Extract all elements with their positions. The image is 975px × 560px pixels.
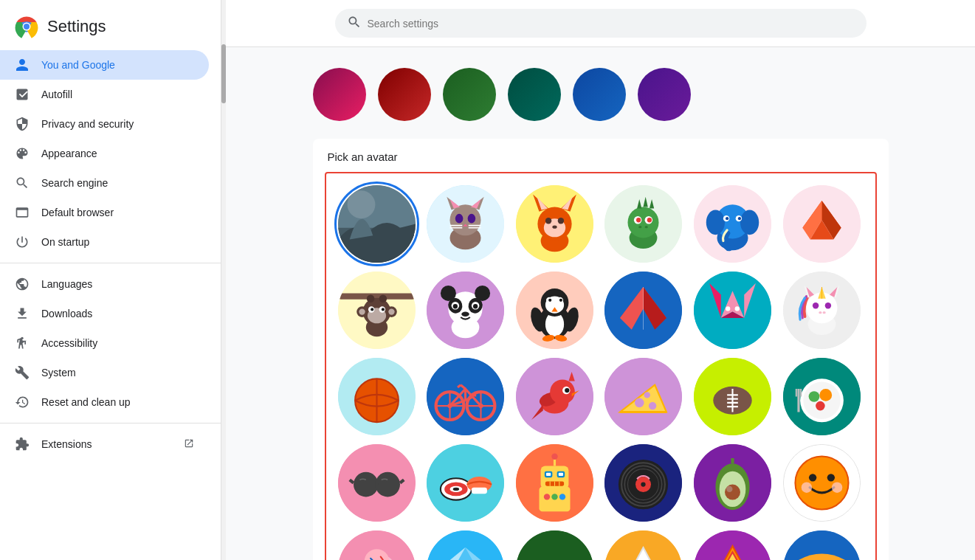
svg-point-158 (635, 398, 644, 408)
svg-point-180 (354, 472, 379, 497)
avatar-cheese[interactable] (604, 358, 682, 435)
avatar-fox[interactable] (516, 185, 593, 263)
avatar-origami-red[interactable] (783, 185, 861, 263)
avatar-sushi[interactable] (427, 444, 504, 522)
avatar-vinyl[interactable] (604, 444, 682, 522)
avatar-avocado[interactable] (694, 444, 771, 522)
svg-rect-201 (559, 473, 563, 476)
svg-point-73 (388, 308, 394, 314)
avatar-onigiri[interactable] (604, 530, 682, 560)
avatar-cat[interactable] (427, 185, 504, 263)
avatar-football[interactable] (694, 358, 771, 435)
color-option-red[interactable] (378, 68, 431, 121)
avatar-penguin[interactable] (516, 272, 593, 349)
avatar-monkey[interactable] (338, 272, 416, 349)
sidebar-item-accessibility[interactable]: Accessibility (0, 328, 209, 358)
search-engine-icon (15, 176, 30, 190)
color-option-pink[interactable] (313, 68, 366, 121)
avatar-ice-cream[interactable] (338, 530, 416, 560)
sidebar-item-appearance[interactable]: Appearance (0, 139, 209, 168)
sidebar-item-extensions[interactable]: Extensions (0, 429, 209, 459)
sidebar-label-downloads: Downloads (41, 308, 194, 319)
sidebar: Settings You and Google Autofill Privacy… (0, 0, 221, 560)
svg-point-52 (726, 217, 728, 220)
sidebar-item-autofill[interactable]: Autofill (0, 80, 209, 109)
svg-point-125 (819, 311, 821, 314)
avatar-grid-container (325, 172, 877, 560)
avatar-plate[interactable] (783, 358, 861, 435)
scroll-thumb[interactable] (221, 44, 226, 103)
svg-point-41 (637, 218, 641, 222)
avatar-section: Pick an avatar (313, 139, 889, 560)
search-input[interactable] (368, 18, 855, 30)
avatar-sandwich[interactable] (783, 530, 861, 560)
svg-point-206 (544, 494, 550, 499)
person-icon (15, 58, 30, 72)
avatar-watermelon[interactable] (516, 530, 593, 560)
sidebar-item-default-browser[interactable]: Default browser (0, 198, 209, 227)
globe-icon (15, 277, 30, 291)
svg-point-35 (628, 207, 659, 238)
sidebar-item-on-startup[interactable]: On startup (0, 227, 209, 257)
svg-point-86 (473, 304, 478, 308)
sidebar-item-privacy-security[interactable]: Privacy and security (0, 109, 209, 139)
svg-rect-200 (546, 473, 551, 476)
svg-point-150 (550, 379, 575, 404)
main-content: Pick an avatar (226, 0, 975, 560)
svg-point-220 (726, 486, 732, 492)
svg-point-43 (639, 226, 642, 228)
sidebar-label-privacy: Privacy and security (41, 118, 194, 130)
avatar-sunglasses[interactable] (338, 444, 416, 522)
svg-point-215 (641, 482, 646, 486)
shield-icon (15, 117, 30, 131)
color-option-dark-blue[interactable] (573, 68, 626, 121)
svg-point-96 (559, 299, 562, 302)
sidebar-item-downloads[interactable]: Downloads (0, 299, 209, 328)
sidebar-item-languages[interactable]: Languages (0, 269, 209, 299)
sidebar-label-accessibility: Accessibility (41, 337, 194, 349)
avatar-bird-blue[interactable] (604, 272, 682, 349)
avatar-bicycle[interactable] (427, 358, 504, 435)
avatar-panda[interactable] (427, 272, 504, 349)
sidebar-item-search-engine[interactable]: Search engine (0, 168, 209, 198)
accessibility-icon (15, 336, 30, 350)
content-area: Pick an avatar (283, 47, 918, 560)
svg-point-173 (819, 389, 832, 401)
sidebar-item-reset-clean[interactable]: Reset and clean up (0, 387, 209, 417)
sidebar-item-system[interactable]: System (0, 358, 209, 387)
avatar-rabbit[interactable] (694, 272, 771, 349)
avatar-landscape[interactable] (338, 185, 416, 263)
avatar-unicorn[interactable] (783, 272, 861, 349)
color-option-teal[interactable] (508, 68, 561, 121)
svg-point-160 (644, 392, 650, 398)
avatar-basketball[interactable] (338, 358, 416, 435)
svg-point-95 (548, 299, 551, 302)
search-icon (347, 15, 362, 32)
svg-point-68 (371, 308, 373, 311)
appearance-icon (15, 146, 30, 161)
sidebar-label-search: Search engine (41, 177, 194, 189)
sidebar-label-reset: Reset and clean up (41, 396, 194, 408)
color-option-dark-green[interactable] (443, 68, 496, 121)
autofill-icon (15, 87, 30, 102)
app-title: Settings (47, 17, 106, 36)
svg-point-49 (740, 210, 759, 235)
svg-point-42 (647, 218, 652, 222)
avatar-smile[interactable] (783, 444, 861, 522)
avatar-dragon[interactable] (604, 185, 682, 263)
svg-point-44 (645, 226, 648, 228)
svg-point-75 (379, 295, 387, 303)
svg-point-174 (816, 401, 825, 411)
svg-point-32 (552, 226, 557, 229)
color-option-purple[interactable] (638, 68, 691, 121)
avatar-diamond[interactable] (427, 530, 504, 560)
svg-point-190 (453, 488, 459, 491)
power-icon (15, 235, 30, 249)
svg-point-171 (803, 382, 840, 419)
avatar-pizza[interactable] (694, 530, 771, 560)
svg-point-48 (706, 210, 725, 235)
avatar-red-bird[interactable] (516, 358, 593, 435)
avatar-elephant[interactable] (694, 185, 771, 263)
sidebar-item-you-and-google[interactable]: You and Google (0, 50, 209, 80)
avatar-robot[interactable] (516, 444, 593, 522)
